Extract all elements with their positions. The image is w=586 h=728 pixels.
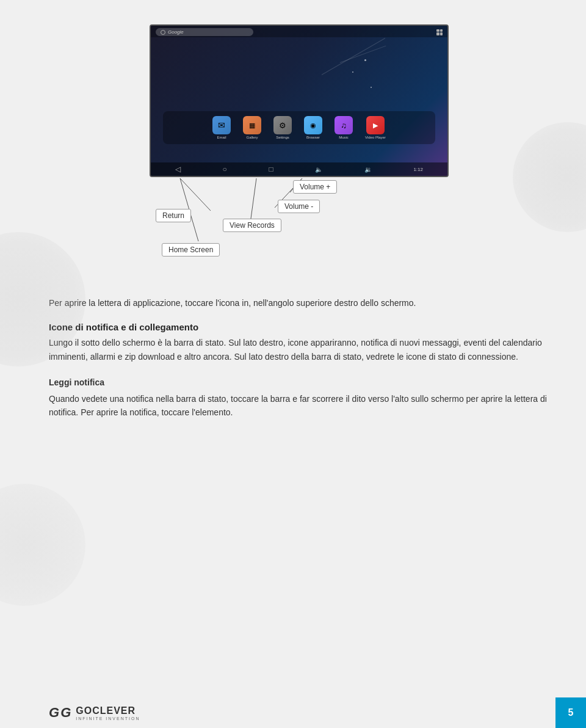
app-settings[interactable]: ⚙ Settings bbox=[273, 116, 292, 139]
app-gallery[interactable]: ▦ Gallery bbox=[243, 116, 261, 139]
app-music-label: Music bbox=[339, 136, 349, 139]
android-dock: ✉ Email ▦ Gallery ⚙ Settings ◉ Browser bbox=[163, 111, 435, 144]
music-icon: ♫ bbox=[335, 116, 353, 134]
logo-main-text: GOCLEVER bbox=[76, 705, 140, 716]
home-button[interactable]: ○ bbox=[223, 165, 227, 173]
notification-section: Icone di notifica e di collegamento Lung… bbox=[49, 322, 549, 419]
android-time: 1:12 bbox=[413, 167, 423, 172]
status-bar-right bbox=[436, 29, 443, 35]
svg-line-1 bbox=[250, 178, 256, 223]
leggi-label: Leggi notifica bbox=[49, 376, 549, 389]
app-email[interactable]: ✉ Email bbox=[212, 116, 231, 139]
paragraph-5: Quando vedete una notifica nella barra d… bbox=[49, 392, 549, 420]
browser-icon: ◉ bbox=[304, 116, 322, 134]
view-records-label: View Records bbox=[223, 219, 281, 232]
app-browser-label: Browser bbox=[306, 136, 320, 139]
body-text-area: Per aprire la lettera di applicazione, t… bbox=[0, 296, 586, 419]
search-icon bbox=[161, 30, 165, 35]
app-settings-label: Settings bbox=[276, 136, 289, 139]
settings-icon: ⚙ bbox=[273, 116, 292, 134]
gallery-icon: ▦ bbox=[243, 116, 261, 134]
volume-plus-label: Volume + bbox=[293, 180, 337, 194]
grid-icon bbox=[436, 29, 443, 35]
app-video-label: Video Player bbox=[365, 136, 386, 139]
paragraph-1: Per aprire la lettera di applicazione, t… bbox=[49, 296, 549, 310]
back-button[interactable]: ◁ bbox=[175, 165, 181, 173]
android-top-bar: Google bbox=[151, 26, 447, 37]
app-browser[interactable]: ◉ Browser bbox=[304, 116, 322, 139]
app-email-label: Email bbox=[217, 136, 226, 139]
android-apps-area: ✉ Email ▦ Gallery ⚙ Settings ◉ Browser bbox=[151, 37, 447, 162]
logo-sub-text: INFINITE INVENTION bbox=[76, 716, 140, 721]
home-screen-label: Home Screen bbox=[162, 243, 220, 257]
page-number: 5 bbox=[555, 697, 586, 728]
footer-logo-area: G G GOCLEVER INFINITE INVENTION bbox=[0, 705, 140, 721]
paragraph-2: Lungo il sotto dello schermo è la barra … bbox=[49, 336, 549, 363]
logo-g-char-2: G bbox=[60, 705, 71, 721]
logo-icon: G G bbox=[49, 705, 71, 721]
google-search-bar[interactable]: Google bbox=[156, 28, 253, 36]
volume-up-button[interactable]: 🔉 bbox=[364, 166, 372, 173]
watermark-bottom-left bbox=[0, 484, 85, 606]
video-icon: ▶ bbox=[366, 116, 385, 134]
return-label: Return bbox=[156, 209, 191, 222]
android-screenshot: Google ✉ Email bbox=[150, 24, 449, 177]
recents-button[interactable]: □ bbox=[269, 165, 273, 173]
volume-minus-label: Volume - bbox=[278, 200, 320, 213]
email-icon: ✉ bbox=[212, 116, 231, 134]
logo-g-char: G bbox=[49, 705, 59, 721]
app-gallery-label: Gallery bbox=[247, 136, 258, 139]
android-navbar: ◁ ○ □ 🔈 🔉 1:12 bbox=[151, 162, 447, 176]
google-label: Google bbox=[168, 29, 184, 35]
section-heading: Icone di notifica e di collegamento bbox=[49, 322, 549, 332]
volume-down-button[interactable]: 🔈 bbox=[315, 166, 322, 173]
logo-text-area: GOCLEVER INFINITE INVENTION bbox=[76, 705, 140, 721]
app-video[interactable]: ▶ Video Player bbox=[365, 116, 386, 139]
android-overlay: Google ✉ Email bbox=[151, 26, 447, 176]
page-footer: G G GOCLEVER INFINITE INVENTION 5 bbox=[0, 697, 586, 728]
app-music[interactable]: ♫ Music bbox=[335, 116, 353, 139]
annotation-area: Return Volume + Volume - View Records Ho… bbox=[150, 177, 449, 284]
